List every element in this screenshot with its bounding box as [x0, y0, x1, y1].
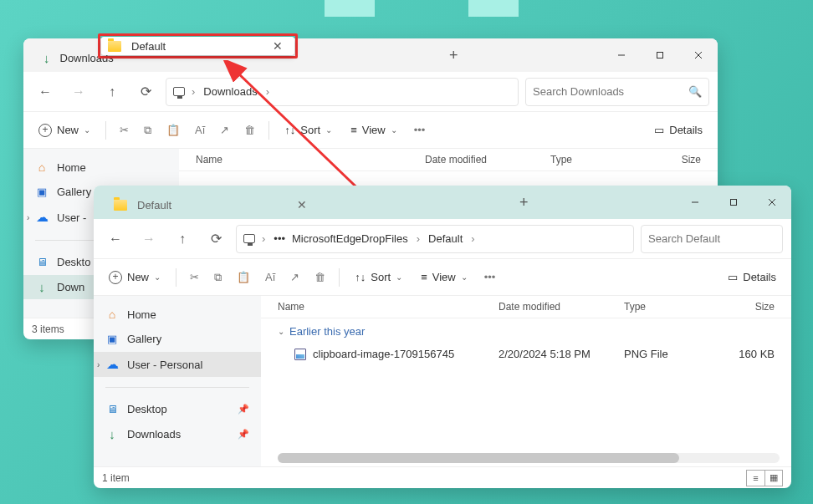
sidebar-item-gallery[interactable]: ▣Gallery — [94, 328, 261, 350]
details-button[interactable]: ▭ Details — [647, 120, 709, 140]
more-button[interactable]: ••• — [479, 267, 501, 287]
cut-button[interactable]: ✂ — [115, 120, 134, 140]
col-name[interactable]: Name — [278, 301, 499, 313]
explorer-window-default: Default ✕ + ← → ↑ ⟳ › ••• MicrosoftEdgeD… — [94, 186, 791, 488]
new-tab-button[interactable]: + — [508, 194, 540, 211]
more-button[interactable]: ••• — [409, 120, 431, 140]
chevron-right-icon: › — [188, 85, 198, 98]
close-button[interactable] — [679, 38, 718, 72]
forward-button[interactable]: → — [65, 79, 92, 105]
overflow-icon[interactable]: ••• — [272, 232, 287, 245]
col-type[interactable]: Type — [624, 301, 716, 313]
close-icon[interactable]: ✕ — [268, 39, 288, 53]
sidebar-item-home[interactable]: ⌂Home — [23, 155, 179, 179]
new-button[interactable]: New⌄ — [32, 120, 97, 140]
pin-icon[interactable]: 📌 — [238, 429, 249, 440]
list-view-icon[interactable]: ≡ — [746, 470, 764, 486]
forward-button[interactable]: → — [136, 226, 162, 252]
window-controls — [602, 38, 718, 72]
refresh-button[interactable]: ⟳ — [202, 226, 229, 252]
rename-button[interactable]: Aĭ — [260, 267, 280, 287]
minimize-button[interactable] — [602, 38, 641, 72]
paste-button[interactable]: 📋 — [232, 267, 255, 287]
dragged-tab[interactable]: Default ✕ — [101, 37, 294, 55]
search-icon: 🔍 — [688, 85, 702, 98]
chevron-down-icon: ⌄ — [396, 272, 402, 282]
chevron-right-icon: › — [413, 232, 423, 245]
folder-icon — [108, 41, 121, 52]
share-button[interactable]: ↗ — [215, 120, 234, 140]
horizontal-scrollbar[interactable] — [278, 453, 780, 463]
back-button[interactable]: ← — [102, 226, 129, 252]
column-headers: Name Date modified Type Size — [261, 296, 791, 318]
gallery-icon: ▣ — [105, 333, 119, 345]
copy-button[interactable]: ⧉ — [139, 120, 156, 140]
statusbar: 1 item ≡ ▦ — [94, 466, 791, 488]
delete-button[interactable]: 🗑 — [309, 267, 330, 287]
desktop-icon: 🖥 — [105, 403, 119, 415]
breadcrumb[interactable]: › ••• MicrosoftEdgeDropFiles › Default › — [236, 225, 634, 253]
close-button[interactable] — [753, 186, 791, 219]
chevron-right-icon: › — [468, 232, 478, 245]
sidebar-item-home[interactable]: ⌂Home — [94, 303, 261, 326]
col-size[interactable]: Size — [642, 154, 701, 165]
home-icon: ⌂ — [105, 308, 119, 321]
delete-button[interactable]: 🗑 — [239, 120, 260, 140]
chevron-right-icon[interactable]: › — [97, 360, 100, 369]
home-icon: ⌂ — [35, 160, 49, 174]
grid-view-icon[interactable]: ▦ — [764, 470, 783, 486]
new-tab-button[interactable]: + — [437, 47, 470, 64]
sort-button[interactable]: ↑↓ Sort ⌄ — [348, 267, 409, 287]
download-icon: ↓ — [105, 427, 119, 441]
chevron-right-icon: › — [258, 232, 268, 245]
chevron-down-icon: ⌄ — [278, 327, 284, 336]
sidebar-item-user[interactable]: ›☁User - Personal — [94, 352, 261, 377]
plus-icon — [38, 124, 52, 137]
maximize-button[interactable] — [641, 38, 679, 72]
refresh-button[interactable]: ⟳ — [132, 79, 159, 105]
breadcrumb[interactable]: › Downloads › — [166, 78, 519, 106]
search-input[interactable] — [533, 85, 682, 98]
new-button[interactable]: New⌄ — [102, 267, 167, 288]
col-date[interactable]: Date modified — [499, 301, 624, 313]
tab-default[interactable]: Default ✕ — [102, 191, 324, 219]
sidebar-item-desktop[interactable]: 🖥Desktop📌 — [94, 398, 261, 420]
breadcrumb-item[interactable]: Downloads — [202, 85, 258, 98]
sidebar-item-downloads[interactable]: ↓Downloads📌 — [94, 422, 261, 446]
cloud-icon: ☁ — [35, 210, 49, 225]
col-date[interactable]: Date modified — [425, 154, 550, 165]
sidebar: ⌂Home ▣Gallery ›☁User - Personal 🖥Deskto… — [94, 296, 261, 466]
download-icon: ↓ — [43, 51, 50, 65]
breadcrumb-item[interactable]: Default — [427, 232, 464, 245]
search-input[interactable] — [648, 232, 789, 245]
share-button[interactable]: ↗ — [285, 267, 304, 287]
col-size[interactable]: Size — [716, 301, 775, 313]
rename-button[interactable]: Aĭ — [190, 120, 210, 140]
status-text: 3 items — [32, 323, 64, 335]
group-header[interactable]: ⌄Earlier this year — [261, 318, 791, 344]
toolbar: New⌄ ✂ ⧉ 📋 Aĭ ↗ 🗑 ↑↓ Sort ⌄ ≡ View ⌄ •••… — [94, 259, 791, 296]
up-button[interactable]: ↑ — [169, 226, 196, 252]
minimize-button[interactable] — [676, 186, 714, 219]
paste-button[interactable]: 📋 — [161, 120, 185, 140]
close-icon[interactable]: ✕ — [292, 198, 312, 211]
chevron-right-icon[interactable]: › — [27, 213, 29, 222]
maximize-button[interactable] — [714, 186, 753, 219]
search-box[interactable] — [641, 225, 783, 253]
view-button[interactable]: ≡ View ⌄ — [414, 267, 474, 287]
desktop-icon: 🖥 — [35, 256, 49, 268]
view-switcher[interactable]: ≡ ▦ — [746, 470, 783, 486]
col-type[interactable]: Type — [550, 154, 642, 165]
file-row[interactable]: clipboard-image-1709156745 2/20/2024 5:1… — [261, 344, 791, 364]
col-name[interactable]: Name — [196, 154, 425, 165]
cut-button[interactable]: ✂ — [185, 267, 204, 287]
details-button[interactable]: ▭ Details — [721, 267, 783, 287]
pin-icon[interactable]: 📌 — [238, 404, 249, 415]
back-button[interactable]: ← — [32, 79, 59, 105]
view-button[interactable]: ≡ View ⌄ — [344, 120, 404, 140]
sort-button[interactable]: ↑↓ Sort ⌄ — [278, 120, 339, 140]
breadcrumb-item[interactable]: MicrosoftEdgeDropFiles — [290, 232, 410, 245]
copy-button[interactable]: ⧉ — [209, 267, 227, 288]
search-box[interactable]: 🔍 — [525, 78, 709, 106]
up-button[interactable]: ↑ — [99, 79, 125, 105]
